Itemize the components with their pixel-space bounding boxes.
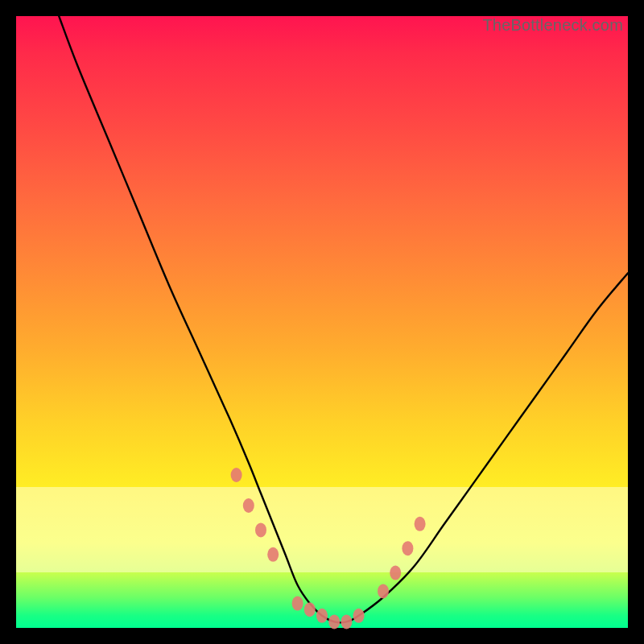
marker-dot — [316, 609, 328, 623]
outer-frame: TheBottleneck.com — [0, 0, 644, 644]
marker-dot — [328, 614, 340, 629]
marker-dot — [353, 609, 365, 623]
marker-dot — [267, 547, 279, 562]
marker-dot — [255, 522, 266, 537]
marker-dot — [231, 468, 242, 482]
marker-dot — [378, 584, 389, 598]
marker-dot — [243, 498, 254, 513]
bottleneck-curve — [59, 16, 628, 622]
chart-svg — [16, 16, 628, 628]
marker-dot — [402, 541, 413, 555]
marker-dot — [390, 566, 401, 580]
marker-dot — [292, 597, 303, 611]
plot-area: TheBottleneck.com — [16, 16, 628, 628]
marker-dot — [341, 614, 352, 629]
watermark-text: TheBottleneck.com — [482, 16, 623, 35]
marker-dot — [304, 602, 316, 617]
marker-dot — [415, 517, 426, 531]
